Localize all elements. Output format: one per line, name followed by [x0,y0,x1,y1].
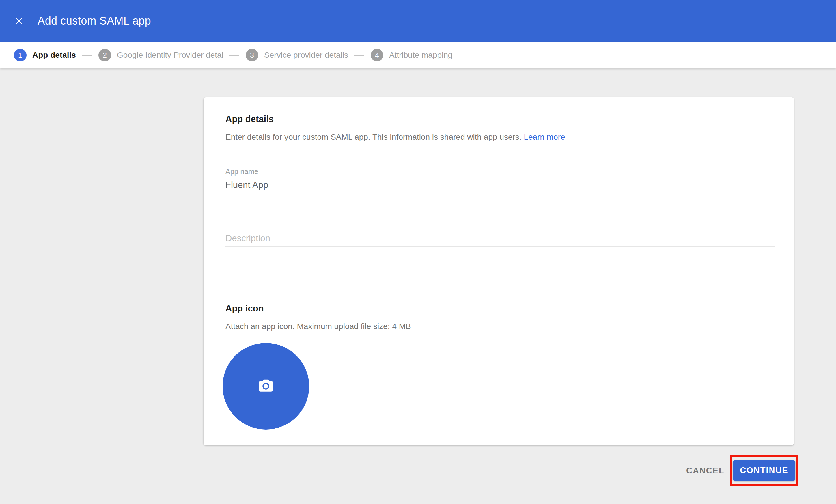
annotation-highlight: CONTINUE [730,455,798,486]
step-attribute-mapping[interactable]: 4 Attribute mapping [370,49,452,61]
step-4-circle: 4 [370,49,383,61]
description-text: Enter details for your custom SAML app. … [225,133,524,141]
step-4-label: Attribute mapping [389,51,452,60]
cancel-button[interactable]: CANCEL [683,464,727,477]
step-divider [229,55,239,56]
app-name-label: App name [225,168,258,176]
step-google-idp-details[interactable]: 2 Google Identity Provider details [98,49,223,61]
step-2-circle: 2 [98,49,111,61]
close-icon[interactable] [11,13,27,29]
step-divider [82,55,92,56]
step-3-label: Service provider details [264,51,348,60]
app-details-card: App details Enter details for your custo… [204,97,794,445]
dialog-header: Add custom SAML app [0,0,836,42]
app-icon-upload-button[interactable] [223,343,309,429]
description-input[interactable] [225,231,775,247]
step-2-label: Google Identity Provider details [117,51,223,60]
learn-more-link[interactable]: Learn more [524,133,565,141]
app-name-input[interactable] [225,177,775,193]
step-1-circle: 1 [14,49,26,61]
camera-icon [258,378,274,394]
continue-button[interactable]: CONTINUE [733,460,795,481]
close-x-glyph [14,16,24,26]
app-icon-hint: Attach an app icon. Maximum upload file … [225,322,411,331]
dialog-title: Add custom SAML app [38,15,151,27]
app-icon-heading: App icon [225,303,264,314]
step-1-label: App details [32,51,76,60]
app-details-heading: App details [225,114,274,124]
stepper: 1 App details 2 Google Identity Provider… [0,42,836,69]
step-app-details[interactable]: 1 App details [14,49,76,61]
step-3-circle: 3 [246,49,258,61]
step-service-provider-details[interactable]: 3 Service provider details [246,49,348,61]
app-details-description: Enter details for your custom SAML app. … [225,133,565,142]
step-divider [355,55,364,56]
